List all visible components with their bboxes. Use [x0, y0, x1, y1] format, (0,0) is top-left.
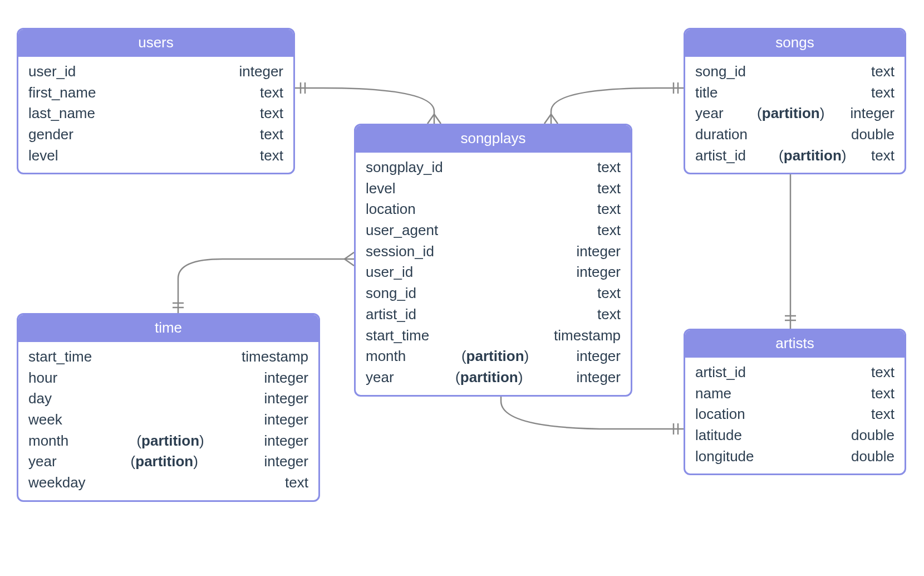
column-type: integer — [264, 451, 308, 472]
column-row: start_timetimestamp — [366, 325, 621, 346]
column-name: title — [695, 82, 717, 104]
column-type: text — [871, 145, 894, 167]
column-name: gender — [28, 124, 73, 145]
entity-title: time — [18, 315, 318, 342]
column-name: user_id — [366, 262, 413, 283]
column-row: artist_idtext — [695, 362, 894, 383]
entity-title: users — [18, 30, 293, 57]
column-name: start_time — [366, 325, 429, 346]
column-type: text — [597, 178, 621, 199]
column-row: longitudedouble — [695, 446, 894, 467]
er-diagram-canvas: usersuser_idintegerfirst_nametextlast_na… — [0, 0, 924, 576]
column-name: session_id — [366, 241, 434, 262]
column-name: first_name — [28, 82, 96, 104]
column-row: song_idtext — [695, 61, 894, 82]
column-row: month (partition)integer — [28, 431, 308, 452]
column-row: first_nametext — [28, 82, 283, 104]
column-row: weekinteger — [28, 409, 308, 431]
entity-songs: songssong_idtexttitletextyear (partition… — [684, 28, 906, 174]
column-name: month — [28, 431, 68, 452]
entity-body: start_timetimestamphourintegerdayinteger… — [18, 342, 318, 500]
column-type: integer — [264, 409, 309, 431]
column-row: durationdouble — [695, 124, 894, 145]
column-row: locationtext — [695, 404, 894, 425]
column-name: songplay_id — [366, 157, 443, 178]
column-name: duration — [695, 124, 748, 145]
column-name: year — [28, 451, 57, 472]
column-type: double — [851, 446, 894, 467]
column-type: text — [260, 103, 283, 124]
column-type: integer — [264, 431, 308, 452]
column-name: user_id — [28, 61, 76, 82]
column-type: integer — [239, 61, 284, 82]
entity-title: songplays — [356, 125, 631, 153]
entity-time: timestart_timetimestamphourintegerdayint… — [17, 313, 320, 502]
column-row: song_idtext — [366, 283, 621, 304]
column-name: user_agent — [366, 220, 438, 241]
column-row: session_idinteger — [366, 241, 621, 262]
column-type: text — [260, 145, 283, 167]
column-row: artist_idtext — [366, 304, 621, 325]
column-name: start_time — [28, 346, 92, 368]
column-row: leveltext — [28, 145, 283, 167]
column-row: nametext — [695, 383, 894, 404]
column-row: weekdaytext — [28, 472, 308, 494]
column-name: artist_id — [695, 145, 746, 167]
column-row: titletext — [695, 82, 894, 104]
column-type: text — [597, 157, 621, 178]
column-name: location — [366, 199, 416, 220]
column-type: integer — [577, 262, 621, 283]
column-name: day — [28, 388, 52, 409]
column-type: text — [871, 362, 894, 383]
column-name: level — [28, 145, 58, 167]
column-type: integer — [264, 388, 309, 409]
partition-label: (partition) — [129, 431, 204, 452]
column-type: timestamp — [242, 346, 308, 368]
column-name: name — [695, 383, 731, 404]
column-type: integer — [577, 241, 621, 262]
column-row: leveltext — [366, 178, 621, 199]
column-row: user_idinteger — [28, 61, 283, 82]
partition-label: (partition) — [749, 103, 825, 124]
column-name: year — [366, 367, 394, 388]
column-name: location — [695, 404, 745, 425]
column-name: level — [366, 178, 395, 199]
column-row: user_idinteger — [366, 262, 621, 283]
column-row: artist_id (partition)text — [695, 145, 894, 167]
entity-artists: artistsartist_idtextnametextlocationtext… — [684, 329, 906, 475]
column-type: text — [871, 383, 894, 404]
entity-body: song_idtexttitletextyear (partition)inte… — [685, 57, 905, 173]
column-name: song_id — [695, 61, 746, 82]
entity-songplays: songplayssongplay_idtextleveltextlocatio… — [354, 124, 632, 397]
column-name: artist_id — [695, 362, 746, 383]
column-row: locationtext — [366, 199, 621, 220]
column-type: integer — [264, 368, 309, 389]
column-type: text — [597, 304, 621, 325]
column-type: text — [871, 61, 894, 82]
column-type: text — [260, 82, 283, 104]
entity-title: songs — [685, 30, 905, 57]
column-row: last_nametext — [28, 103, 283, 124]
column-row: dayinteger — [28, 388, 308, 409]
column-row: gendertext — [28, 124, 283, 145]
column-type: text — [597, 199, 621, 220]
partition-label: (partition) — [453, 346, 529, 367]
column-type: double — [851, 425, 894, 446]
column-name: last_name — [28, 103, 95, 124]
column-row: start_timetimestamp — [28, 346, 308, 368]
column-type: integer — [850, 103, 894, 124]
column-row: hourinteger — [28, 368, 308, 389]
entity-body: artist_idtextnametextlocationtextlatitud… — [685, 358, 905, 474]
column-type: integer — [576, 367, 621, 388]
column-name: longitude — [695, 446, 754, 467]
partition-label: (partition) — [448, 367, 523, 388]
column-name: month — [366, 346, 406, 367]
column-type: text — [260, 124, 283, 145]
column-name: weekday — [28, 472, 86, 494]
column-row: year (partition)integer — [695, 103, 894, 124]
column-name: artist_id — [366, 304, 416, 325]
column-type: text — [597, 283, 621, 304]
column-type: text — [597, 220, 621, 241]
column-row: year (partition)integer — [28, 451, 308, 472]
column-name: hour — [28, 368, 57, 389]
